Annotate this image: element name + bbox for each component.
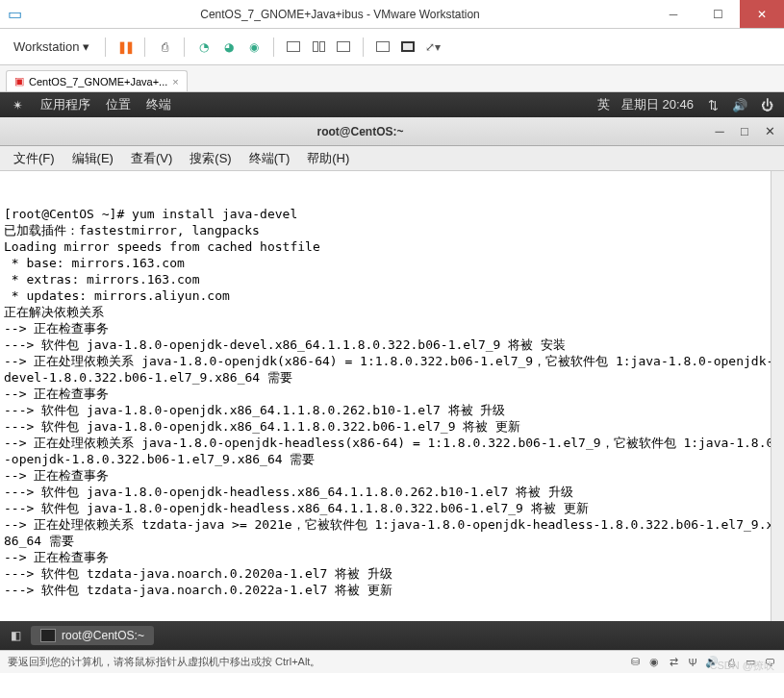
network-icon[interactable]: ⇅ <box>705 97 721 112</box>
ime-indicator[interactable]: 英 <box>597 96 610 113</box>
view-console-button[interactable] <box>284 37 303 57</box>
terminal-line: * updates: mirrors.aliyun.com <box>4 287 780 304</box>
separator <box>144 37 145 57</box>
terminal-line: ---> 软件包 java-1.8.0-openjdk.x86_64.1.1.8… <box>4 402 780 418</box>
vmware-tabbar: ▣ CentOS_7_GNOME+Java+... × <box>0 65 784 92</box>
power-icon[interactable]: ⏻ <box>759 97 774 112</box>
terminal-line: * extras: mirrors.163.com <box>4 271 780 287</box>
terminal-line: 已加载插件：fastestmirror, langpacks <box>4 222 780 238</box>
gnome-taskbar: ◧ root@CentOS:~ <box>0 621 784 650</box>
vm-tab-label: CentOS_7_GNOME+Java+... <box>29 76 167 87</box>
status-cd-icon[interactable]: ◉ <box>647 656 661 669</box>
terminal-line: --> 正在检查事务 <box>4 467 780 484</box>
terminal-output[interactable]: [root@CentOS ~]# yum install java-devel已… <box>0 171 784 621</box>
terminal-line: 正在解决依赖关系 <box>4 304 780 320</box>
terminal-line: [root@CentOS ~]# yum install java-devel <box>4 206 780 222</box>
show-desktop-icon[interactable]: ◧ <box>8 628 23 643</box>
menu-file[interactable]: 文件(F) <box>6 147 63 170</box>
pause-vm-button[interactable]: ❚❚ <box>115 37 135 57</box>
menu-view[interactable]: 查看(V) <box>123 147 180 170</box>
separator <box>184 37 185 57</box>
menu-edit[interactable]: 编辑(E) <box>64 147 121 170</box>
terminal-task-icon <box>40 629 56 642</box>
view-thumb-button[interactable] <box>334 37 353 57</box>
maximize-button[interactable]: ☐ <box>695 0 740 28</box>
separator <box>105 37 106 57</box>
snapshot-revert-icon[interactable]: ◕ <box>219 37 239 57</box>
terminal-line: * base: mirrors.163.com <box>4 255 780 271</box>
terminal-line: ---> 软件包 tzdata-java.noarch.0.2020a-1.el… <box>4 565 780 582</box>
terminal-line: --> 正在检查事务 <box>4 320 780 337</box>
terminal-menu[interactable]: 终端 <box>146 96 171 113</box>
terminal-line: --> 正在检查事务 <box>4 386 780 402</box>
menu-help[interactable]: 帮助(H) <box>299 147 357 170</box>
snapshot-take-icon[interactable]: ◔ <box>194 37 214 57</box>
vmware-logo-icon: ▭ <box>0 5 29 23</box>
term-close-button[interactable]: ✕ <box>763 125 776 138</box>
status-disk-icon[interactable]: ⛁ <box>628 656 642 669</box>
menu-terminal[interactable]: 终端(T) <box>241 147 298 170</box>
vmware-titlebar: ▭ CentOS_7_GNOME+Java+ibus - VMware Work… <box>0 0 784 29</box>
vm-tab-icon: ▣ <box>14 75 24 87</box>
terminal-line: --> 正在处理依赖关系 java-1.8.0-openjdk-headless… <box>4 435 780 467</box>
snapshot-button[interactable]: ⎙ <box>155 37 174 57</box>
apps-menu[interactable]: 应用程序 <box>40 96 90 113</box>
vmware-toolbar: Workstation ▾ ❚❚ ⎙ ◔ ◕ ◉ ⤢▾ <box>0 29 784 65</box>
terminal-line: ---> 软件包 java-1.8.0-openjdk-headless.x86… <box>4 484 780 500</box>
window-title: CentOS_7_GNOME+Java+ibus - VMware Workst… <box>29 8 651 21</box>
watermark: CSDN @撩吹 <box>710 659 774 673</box>
dropdown-icon: ▾ <box>83 39 89 54</box>
term-maximize-button[interactable]: □ <box>738 125 751 138</box>
terminal-line: ---> 软件包 java-1.8.0-openjdk-devel.x86_64… <box>4 337 780 353</box>
term-minimize-button[interactable]: ─ <box>713 125 726 138</box>
status-net-icon[interactable]: ⇄ <box>667 656 680 669</box>
workstation-menu[interactable]: Workstation ▾ <box>8 36 95 58</box>
status-text: 要返回到您的计算机，请将鼠标指针从虚拟机中移出或按 Ctrl+Alt。 <box>8 655 320 669</box>
vm-tab[interactable]: ▣ CentOS_7_GNOME+Java+... × <box>6 70 188 91</box>
terminal-line: --> 正在处理依赖关系 tzdata-java >= 2021e，它被软件包 … <box>4 516 780 549</box>
datetime[interactable]: 星期日 20:46 <box>621 96 694 113</box>
snapshot-manage-icon[interactable]: ◉ <box>244 37 264 57</box>
terminal-line: ---> 软件包 java-1.8.0-openjdk-headless.x86… <box>4 500 780 516</box>
terminal-titlebar: root@CentOS:~ ─ □ ✕ <box>0 117 784 146</box>
close-button[interactable]: ✕ <box>740 0 784 28</box>
taskbar-terminal-label: root@CentOS:~ <box>62 629 144 642</box>
stretch-button[interactable]: ⤢▾ <box>423 37 443 57</box>
view-multi-button[interactable] <box>309 37 328 57</box>
activities-icon[interactable]: ✴ <box>10 97 25 112</box>
terminal-line: --> 正在检查事务 <box>4 549 780 565</box>
terminal-line: ---> 软件包 java-1.8.0-openjdk.x86_64.1.1.8… <box>4 418 780 435</box>
terminal-line: --> 正在处理依赖关系 java-1.8.0-openjdk(x86-64) … <box>4 353 780 386</box>
vmware-statusbar: 要返回到您的计算机，请将鼠标指针从虚拟机中移出或按 Ctrl+Alt。 ⛁ ◉ … <box>0 650 784 673</box>
separator <box>273 37 274 57</box>
separator <box>363 37 364 57</box>
terminal-menubar: 文件(F) 编辑(E) 查看(V) 搜索(S) 终端(T) 帮助(H) <box>0 146 784 171</box>
minimize-button[interactable]: ─ <box>651 0 695 28</box>
scrollbar[interactable] <box>771 171 784 621</box>
fullscreen-button[interactable] <box>373 37 392 57</box>
gnome-topbar: ✴ 应用程序 位置 终端 英 星期日 20:46 ⇅ 🔊 ⏻ <box>0 92 784 117</box>
status-usb-icon[interactable]: Ψ <box>686 656 699 669</box>
volume-icon[interactable]: 🔊 <box>732 97 747 112</box>
tab-close-icon[interactable]: × <box>172 76 178 87</box>
terminal-line: ---> 软件包 tzdata-java.noarch.0.2022a-1.el… <box>4 582 780 598</box>
menu-search[interactable]: 搜索(S) <box>182 147 239 170</box>
places-menu[interactable]: 位置 <box>106 96 131 113</box>
terminal-line: Loading mirror speeds from cached hostfi… <box>4 238 780 255</box>
taskbar-terminal[interactable]: root@CentOS:~ <box>31 626 154 645</box>
unity-button[interactable] <box>398 37 417 57</box>
terminal-title: root@CentOS:~ <box>8 125 713 138</box>
